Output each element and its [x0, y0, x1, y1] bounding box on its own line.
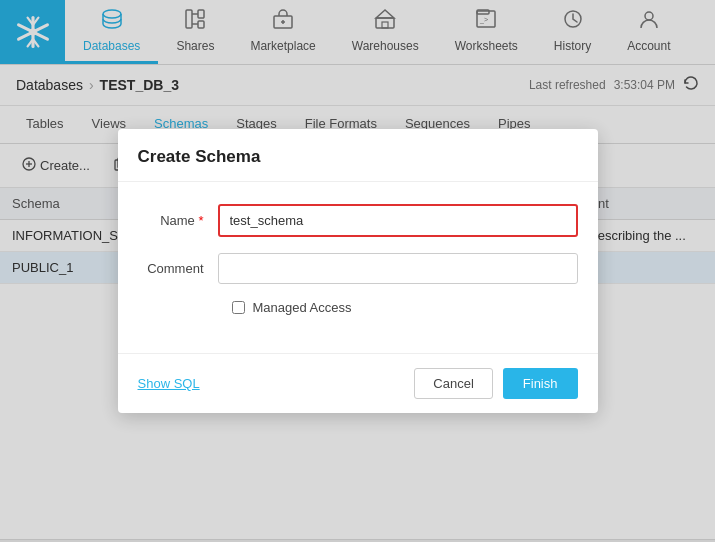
- name-input[interactable]: [218, 204, 578, 237]
- modal-footer: Show SQL Cancel Finish: [118, 353, 598, 413]
- comment-input[interactable]: [218, 253, 578, 284]
- managed-access-checkbox[interactable]: [232, 301, 245, 314]
- comment-label: Comment: [138, 261, 218, 276]
- create-schema-modal: Create Schema Name * Comment Managed Acc…: [118, 129, 598, 413]
- modal-header: Create Schema: [118, 129, 598, 182]
- finish-button[interactable]: Finish: [503, 368, 578, 399]
- modal-body: Name * Comment Managed Access: [118, 182, 598, 353]
- cancel-button[interactable]: Cancel: [414, 368, 492, 399]
- required-star: *: [198, 213, 203, 228]
- footer-buttons: Cancel Finish: [414, 368, 577, 399]
- modal-title: Create Schema: [138, 147, 261, 166]
- modal-overlay: Create Schema Name * Comment Managed Acc…: [0, 0, 715, 542]
- name-label: Name *: [138, 213, 218, 228]
- managed-access-label: Managed Access: [253, 300, 352, 315]
- managed-access-row: Managed Access: [232, 300, 578, 315]
- comment-form-row: Comment: [138, 253, 578, 284]
- show-sql-link[interactable]: Show SQL: [138, 376, 200, 391]
- name-form-row: Name *: [138, 204, 578, 237]
